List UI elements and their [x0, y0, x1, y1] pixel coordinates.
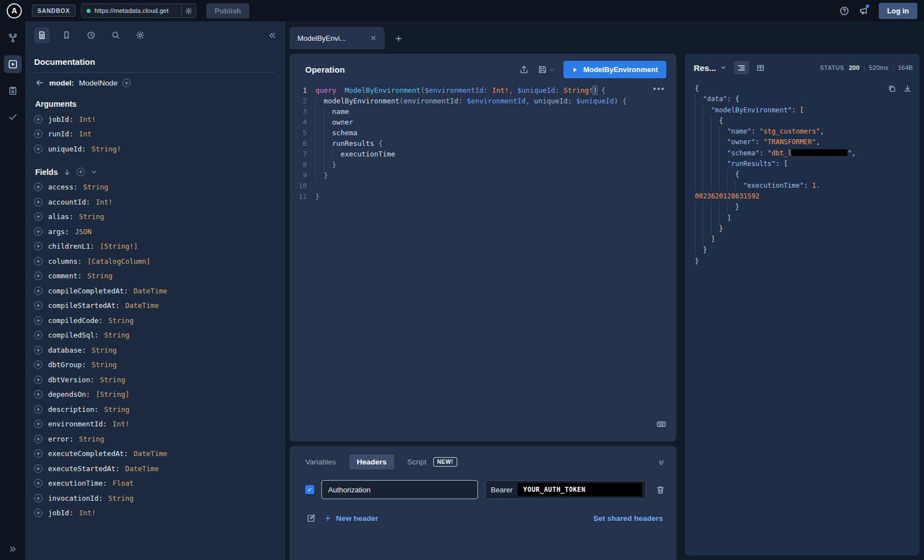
- field-row[interactable]: dbtVersion:String: [34, 372, 275, 387]
- field-row[interactable]: childrenL1:[String!]: [34, 239, 275, 254]
- operation-tab-title[interactable]: ModelByEnvi...: [297, 34, 364, 42]
- settings-icon[interactable]: [132, 27, 148, 43]
- add-to-operation-icon[interactable]: [34, 360, 42, 369]
- back-arrow-icon[interactable]: [35, 78, 44, 87]
- argument-row[interactable]: jobId:Int!: [34, 112, 275, 127]
- close-tab-icon[interactable]: [370, 35, 377, 41]
- add-to-operation-icon[interactable]: [34, 376, 42, 384]
- field-row[interactable]: access:String: [34, 180, 275, 195]
- response-dropdown-chevron-icon[interactable]: [720, 64, 727, 71]
- environment-variables-icon[interactable]: [306, 514, 316, 523]
- saved-operations-icon[interactable]: [59, 27, 74, 43]
- add-to-operation-icon[interactable]: [34, 331, 42, 339]
- field-type[interactable]: String: [79, 435, 104, 443]
- field-type[interactable]: Float: [112, 479, 134, 487]
- expand-rail-icon[interactable]: [0, 545, 25, 553]
- response-json[interactable]: {"data": {"modelByEnvironment": [{"name"…: [695, 83, 913, 267]
- docs-tab-icon[interactable]: [34, 27, 50, 43]
- add-to-operation-icon[interactable]: [34, 494, 42, 502]
- field-row[interactable]: executionTime:Float: [34, 476, 275, 491]
- editor-line[interactable]: 5schema: [290, 127, 676, 138]
- breadcrumb-type[interactable]: ModelNode: [79, 79, 117, 87]
- field-row[interactable]: args:JSON: [34, 224, 275, 239]
- add-to-operation-icon[interactable]: [34, 420, 42, 428]
- field-type[interactable]: DateTime: [125, 464, 159, 473]
- field-type[interactable]: DateTime: [134, 449, 167, 458]
- field-type[interactable]: [String]: [96, 390, 129, 398]
- auth-token-value[interactable]: YOUR_AUTH_TOKEN: [518, 483, 642, 496]
- copy-response-icon[interactable]: [888, 84, 896, 93]
- checks-nav-icon[interactable]: [4, 108, 22, 126]
- formatted-view-icon[interactable]: [734, 61, 749, 74]
- announcements-icon[interactable]: [856, 4, 870, 17]
- download-response-icon[interactable]: [903, 84, 912, 93]
- add-to-operation-icon[interactable]: [34, 198, 42, 206]
- search-icon[interactable]: [108, 27, 124, 43]
- add-to-operation-icon[interactable]: [34, 145, 42, 153]
- field-row[interactable]: error:String: [34, 431, 275, 447]
- add-to-operation-icon[interactable]: [34, 509, 42, 517]
- add-to-operation-icon[interactable]: [34, 405, 42, 414]
- editor-line[interactable]: 10: [290, 181, 676, 191]
- field-type[interactable]: Int: [79, 130, 92, 138]
- field-type[interactable]: String: [87, 272, 112, 280]
- add-to-operation-icon[interactable]: [34, 257, 42, 265]
- field-type[interactable]: String: [104, 331, 129, 339]
- sort-fields-icon[interactable]: [63, 168, 71, 176]
- field-type[interactable]: DateTime: [134, 287, 167, 295]
- add-all-fields-icon[interactable]: [77, 168, 85, 176]
- table-view-icon[interactable]: [753, 61, 768, 74]
- graphql-editor[interactable]: 1query ModelByEnvironment($environmentId…: [290, 84, 676, 202]
- endpoint-url-bar[interactable]: https://metadata.cloud.get: [81, 3, 196, 18]
- add-to-operation-icon[interactable]: [34, 301, 42, 310]
- help-icon[interactable]: [837, 4, 851, 17]
- editor-line[interactable]: 4owner: [290, 117, 676, 127]
- field-row[interactable]: database:String: [34, 343, 275, 358]
- field-row[interactable]: jobId:Int!: [34, 506, 275, 521]
- field-type[interactable]: [String!]: [100, 242, 138, 250]
- field-row[interactable]: alias:String: [34, 210, 275, 225]
- share-operation-icon[interactable]: [519, 65, 529, 74]
- editor-line[interactable]: 6runResults {: [290, 138, 676, 149]
- argument-row[interactable]: uniqueId:String!: [34, 141, 275, 156]
- editor-overflow-menu-icon[interactable]: •••: [653, 84, 665, 93]
- publish-button[interactable]: Publish: [206, 3, 249, 18]
- response-title[interactable]: Res...: [694, 63, 716, 73]
- editor-line[interactable]: 1query ModelByEnvironment($environmentId…: [290, 85, 676, 96]
- add-to-operation-icon[interactable]: [34, 464, 42, 473]
- editor-line[interactable]: 3name: [290, 106, 676, 117]
- login-button[interactable]: Log in: [879, 3, 917, 19]
- editor-line[interactable]: 2modelByEnvironment(environmentId: $envi…: [290, 96, 676, 106]
- field-row[interactable]: compiledCode:String: [34, 313, 275, 328]
- field-type[interactable]: String: [79, 212, 104, 221]
- header-enabled-checkbox[interactable]: ✓: [305, 485, 314, 494]
- field-type[interactable]: String: [108, 494, 134, 502]
- save-operation-icon[interactable]: [538, 65, 555, 74]
- add-to-operation-icon[interactable]: [34, 242, 42, 250]
- editor-line[interactable]: 11}: [290, 191, 676, 202]
- operations-nav-icon[interactable]: [4, 82, 22, 99]
- add-to-operation-icon[interactable]: [34, 346, 42, 354]
- add-to-operation-icon[interactable]: [34, 316, 42, 325]
- field-type[interactable]: String: [83, 183, 108, 191]
- field-type[interactable]: Int!: [112, 420, 129, 428]
- field-row[interactable]: accountId:Int!: [34, 194, 275, 210]
- collapse-docs-icon[interactable]: [268, 31, 276, 40]
- add-to-operation-icon[interactable]: [34, 227, 42, 236]
- operation-tab[interactable]: ModelByEnvi...: [290, 27, 385, 49]
- header-value-input[interactable]: Bearer YOUR_AUTH_TOKEN: [485, 480, 646, 499]
- field-row[interactable]: dbtGroup:String: [34, 358, 275, 373]
- keyboard-shortcuts-icon[interactable]: [656, 419, 666, 429]
- new-tab-icon[interactable]: [395, 35, 402, 42]
- field-row[interactable]: invocationId:String: [34, 491, 275, 506]
- endpoint-url[interactable]: https://metadata.cloud.get: [94, 7, 181, 14]
- field-type[interactable]: String: [104, 405, 129, 414]
- tab-variables[interactable]: Variables: [305, 458, 336, 466]
- tab-script[interactable]: Script: [407, 458, 427, 466]
- add-to-operation-icon[interactable]: [34, 390, 42, 398]
- history-icon[interactable]: [83, 27, 99, 43]
- field-type[interactable]: String: [108, 316, 134, 325]
- add-type-icon[interactable]: [122, 79, 131, 87]
- run-operation-button[interactable]: ModelByEnvironment: [563, 61, 666, 78]
- explorer-nav-icon[interactable]: [4, 55, 22, 73]
